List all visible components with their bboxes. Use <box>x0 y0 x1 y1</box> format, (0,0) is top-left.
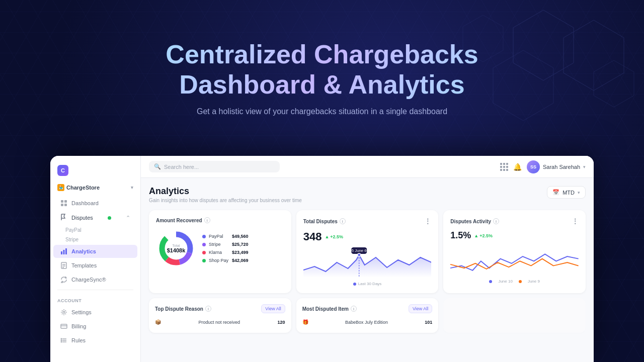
templates-label: Templates <box>71 262 97 268</box>
bar-chart-icon <box>60 248 67 255</box>
amount-legend: PayPal $49,560 Stripe $25,720 Klarna <box>202 234 249 263</box>
bottom-cards-row: Top Dispute Reason i View All 📦 Product … <box>149 298 586 333</box>
svg-rect-5 <box>61 200 63 203</box>
sidebar-item-settings[interactable]: Settings <box>53 306 137 319</box>
disputes-info-icon[interactable]: i <box>340 218 346 224</box>
sidebar-item-disputes[interactable]: Disputes ⌃ <box>53 211 137 225</box>
search-bar[interactable]: 🔍 Search here... <box>149 161 280 172</box>
search-icon: 🔍 <box>154 163 161 170</box>
store-icon: 🏪 <box>57 184 64 191</box>
topbar-right: 🔔 SS Sarah Sarehah ▾ <box>500 160 586 173</box>
grid-dot <box>500 166 502 168</box>
sidebar-item-stripe[interactable]: Stripe <box>50 235 140 244</box>
sidebar-item-paypal[interactable]: PayPal <box>50 225 140 235</box>
grid-icon <box>60 200 67 207</box>
user-menu[interactable]: SS Sarah Sarehah ▾ <box>527 160 586 173</box>
disputed-item-row: 🎁 BabeBox July Edition 101 <box>302 317 433 327</box>
item-count: 101 <box>425 320 432 325</box>
activity-change-badge: ▲ +2.5% <box>474 233 493 238</box>
store-selector[interactable]: 🏪 ChargeStore ▾ <box>50 182 140 196</box>
user-chevron-icon: ▾ <box>583 164 586 169</box>
disputes-chart-legend: Last 30 Days <box>303 282 432 286</box>
box-icon: 📦 <box>155 319 161 325</box>
klarna-name: Klarna <box>209 250 229 255</box>
account-section-label: Account <box>50 293 140 305</box>
amount-recovered-card: Amount Recovered i <box>149 210 291 293</box>
amount-recovered-title: Amount Recovered i <box>156 217 284 223</box>
hero-section: Centralized Chargebacks Dashboard & Anal… <box>0 0 644 156</box>
total-disputes-title: Total Disputes i ⋮ <box>303 217 432 225</box>
legend-klarna: Klarna $23,499 <box>202 250 249 255</box>
notifications-button[interactable]: 🔔 <box>513 163 522 171</box>
grid-dot <box>506 169 508 171</box>
page-subtitle: Gain insights into how disputes are affe… <box>149 198 302 203</box>
activity-line-chart <box>450 245 579 275</box>
stats-cards-row: Amount Recovered i <box>149 210 586 293</box>
stripe-name: Stripe <box>209 242 229 247</box>
grid-dot <box>500 163 502 165</box>
sidebar-item-chargesync[interactable]: ChargeSync® <box>53 273 137 286</box>
sidebar-item-label: Dashboard <box>71 200 99 206</box>
sidebar-item-billing[interactable]: Billing <box>53 320 137 333</box>
sidebar-item-templates[interactable]: Templates <box>53 259 137 272</box>
main-content: 🔍 Search here... 🔔 SS <box>141 156 594 362</box>
disputed-item-view-all[interactable]: View All <box>409 304 432 313</box>
rules-label: Rules <box>71 337 86 343</box>
page-title: Analytics <box>149 186 302 197</box>
svg-rect-6 <box>64 200 67 203</box>
svg-point-23 <box>61 340 61 340</box>
chevron-icon: ▾ <box>578 190 580 195</box>
legend-shoppay: Shop Pay $42,069 <box>202 258 249 263</box>
sidebar-item-dashboard[interactable]: Dashboard <box>53 197 137 210</box>
sync-icon <box>60 276 67 283</box>
amount-info-icon[interactable]: i <box>204 217 210 223</box>
dispute-reason-view-all[interactable]: View All <box>261 304 285 313</box>
store-name: ChargeStore <box>66 185 100 191</box>
grid-dot <box>503 163 505 165</box>
svg-point-28 <box>357 253 361 256</box>
disputes-label: Disputes <box>71 215 93 221</box>
reason-name: Product not received <box>199 320 240 325</box>
svg-rect-9 <box>61 251 62 254</box>
date-filter-button[interactable]: 📅 MTD ▾ <box>547 186 586 199</box>
activity-more-icon[interactable]: ⋮ <box>572 217 579 225</box>
disputes-line-chart: 05 June 60 <box>303 247 432 278</box>
total-disputes-card: Total Disputes i ⋮ 348 ▲ +2.5% <box>296 210 439 293</box>
chargesync-label: ChargeSync® <box>71 277 106 283</box>
reason-count: 120 <box>278 320 285 325</box>
donut-chart: Total $1408k <box>156 228 196 268</box>
dispute-reason-title: Top Dispute Reason i <box>155 306 211 312</box>
svg-rect-8 <box>64 204 67 206</box>
svg-point-24 <box>61 341 61 342</box>
grid-dot <box>506 163 508 165</box>
stripe-dot <box>202 243 206 246</box>
page-header: Analytics Gain insights into how dispute… <box>149 186 586 203</box>
shoppay-value: $42,069 <box>232 258 249 263</box>
paypal-dot <box>202 235 206 238</box>
page-content: Analytics Gain insights into how dispute… <box>141 178 594 362</box>
gear-icon <box>60 309 67 316</box>
total-disputes-value: 348 ▲ +2.5% <box>303 230 432 243</box>
activity-info-icon[interactable]: i <box>493 218 499 224</box>
sidebar-item-rules[interactable]: Rules <box>53 334 137 347</box>
logo-icon: C <box>57 165 68 176</box>
legend-dot <box>353 283 356 286</box>
svg-point-16 <box>63 311 65 313</box>
activity-chart-legend: June 10 June 9 <box>450 279 579 284</box>
donut-total-value: $1408k <box>167 247 186 253</box>
disputes-more-icon[interactable]: ⋮ <box>424 217 431 225</box>
apps-icon[interactable] <box>500 163 508 171</box>
avatar: SS <box>527 160 540 173</box>
svg-rect-7 <box>61 204 63 206</box>
grid-dot <box>506 166 508 168</box>
shoppay-name: Shop Pay <box>209 258 229 263</box>
disputed-item-header: Most Disputed Item i View All <box>302 304 433 313</box>
disputes-activity-card: Disputes Activity i ⋮ 1.5% ▲ +2.5% <box>443 210 586 293</box>
paypal-value: $49,560 <box>232 234 249 239</box>
disputes-active-dot <box>108 216 111 220</box>
grid-dot <box>503 166 505 168</box>
gift-icon: 🎁 <box>302 319 308 325</box>
item-info-icon[interactable]: i <box>351 306 357 312</box>
sidebar-item-analytics[interactable]: Analytics <box>53 245 137 258</box>
reason-info-icon[interactable]: i <box>205 306 211 312</box>
